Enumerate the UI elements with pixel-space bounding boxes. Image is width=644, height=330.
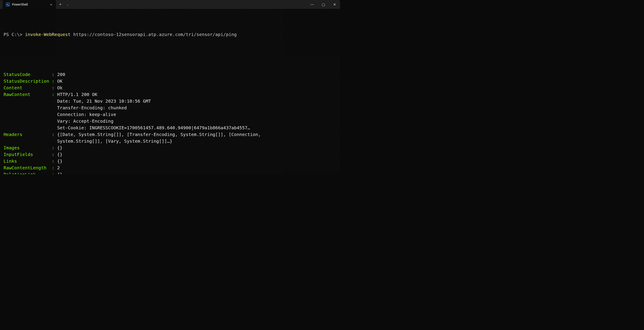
output-line: Content : Ok [4,84,336,91]
property-value: Vary: Accept-Encoding [57,118,114,124]
separator [49,139,57,144]
minimize-button[interactable]: — [307,0,318,9]
blank-line [4,51,336,58]
terminal-window: PowerShell ✕ + ⌄ — ▢ ✕ PS C:\> invoke-We… [0,0,340,174]
terminal-body[interactable]: PS C:\> invoke-WebRequest https://contos… [0,9,340,174]
tab-title: PowerShell [12,3,42,6]
property-name [4,125,49,131]
separator: : [49,72,57,77]
tab-close-button[interactable]: ✕ [49,2,54,7]
window-close-button[interactable]: ✕ [329,0,340,9]
titlebar: PowerShell ✕ + ⌄ — ▢ ✕ [0,0,340,9]
output-line: Links : {} [4,158,336,165]
output-line: Date: Tue, 21 Nov 2023 10:10:56 GMT [4,98,336,104]
property-name: InputFields [4,152,49,157]
separator: : [49,152,57,157]
property-name: StatusDescription [4,78,49,84]
property-name: RawContentLength [4,165,49,170]
separator [49,98,57,104]
property-name [4,105,49,110]
property-value: Set-Cookie: INGRESSCOOKIE=1700561457.489… [57,125,250,131]
property-name: Headers [4,132,49,137]
property-name: StatusCode [4,72,49,77]
property-value: System.String[]], [Vary, System.String[]… [57,139,172,144]
property-value: {[Date, System.String[]], [Transfer-Enco… [57,132,261,137]
property-value: {} [57,152,62,157]
tab-powershell[interactable]: PowerShell ✕ [3,0,56,9]
output-line: RawContentLength : 2 [4,165,336,171]
property-value: OK [57,78,62,84]
property-value: {} [57,159,62,164]
output-line: Transfer-Encoding: chunked [4,104,336,111]
output-line: StatusCode : 200 [4,71,336,78]
property-name: Links [4,159,49,164]
property-value: 2 [57,165,60,170]
tab-dropdown-button[interactable]: ⌄ [65,3,71,6]
separator: : [49,78,57,84]
property-name: RawContent [4,92,49,97]
powershell-icon [6,2,10,6]
maximize-button[interactable]: ▢ [318,0,329,9]
separator: : [49,85,57,90]
separator [49,105,57,110]
output-line: Set-Cookie: INGRESSCOOKIE=1700561457.489… [4,125,336,131]
separator: : [49,145,57,151]
window-controls: — ▢ ✕ [307,0,340,9]
output-line: InputFields : {} [4,151,336,158]
output-block: StatusCode : 200StatusDescription : OKCo… [4,71,336,174]
command-line: PS C:\> invoke-WebRequest https://contos… [4,31,336,38]
output-line: Images : {} [4,145,336,151]
separator [49,112,57,117]
new-tab-button[interactable]: + [56,2,65,7]
separator: : [49,172,57,174]
property-value: Date: Tue, 21 Nov 2023 10:10:56 GMT [57,98,151,104]
property-name [4,112,49,117]
prompt-text: PS C:\> [4,32,25,37]
separator [49,125,57,131]
property-name [4,118,49,124]
command-argument: https://contoso-12sensorapi.atp.azure.co… [70,32,237,37]
output-line: StatusDescription : OK [4,78,336,84]
output-line: Vary: Accept-Encoding [4,118,336,125]
output-line: Headers : {[Date, System.String[]], [Tra… [4,131,336,138]
property-value: {} [57,172,62,174]
property-value: HTTP/1.1 200 OK [57,92,98,97]
separator [49,118,57,124]
property-name [4,139,49,144]
property-value: Ok [57,85,62,90]
output-line: Connection: keep-alive [4,111,336,118]
property-name: Images [4,145,49,151]
property-value: 200 [57,72,65,77]
separator: : [49,92,57,97]
command-text: invoke-WebRequest [25,32,70,37]
output-line: RawContent : HTTP/1.1 200 OK [4,91,336,98]
property-value: {} [57,145,62,151]
property-value: Connection: keep-alive [57,112,116,117]
separator: : [49,165,57,170]
property-value: Transfer-Encoding: chunked [57,105,127,110]
property-name [4,98,49,104]
property-name: RelationLink [4,172,49,174]
output-line: System.String[]], [Vary, System.String[]… [4,138,336,145]
property-name: Content [4,85,49,90]
separator: : [49,159,57,164]
output-line: RelationLink : {} [4,171,336,174]
separator: : [49,132,57,137]
